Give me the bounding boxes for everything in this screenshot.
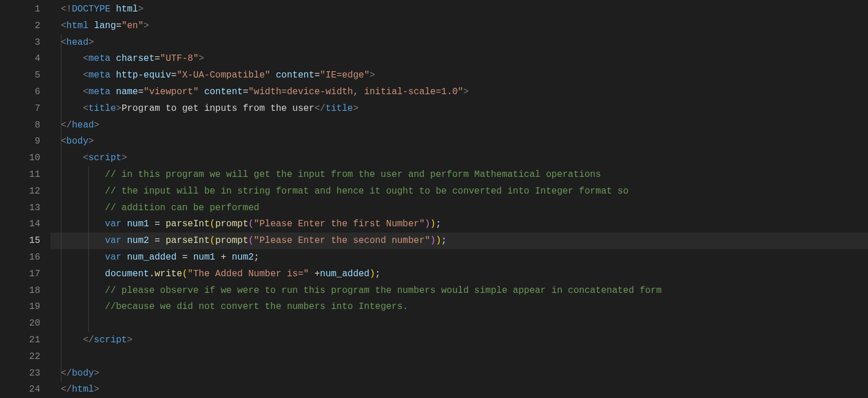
- indent-guide: [61, 84, 61, 101]
- line-number: 1: [0, 1, 40, 18]
- line-number: 6: [0, 84, 40, 101]
- indent-guide: [61, 233, 61, 249]
- indent-guide: [88, 200, 89, 217]
- code-line[interactable]: <script>: [51, 150, 868, 167]
- code-line[interactable]: </script>: [51, 332, 868, 349]
- line-number: 23: [0, 365, 40, 382]
- line-number: 5: [0, 67, 40, 84]
- code-line[interactable]: // in this program we will get the input…: [51, 167, 868, 183]
- indent-guide: [61, 216, 61, 233]
- line-number: 19: [0, 299, 40, 315]
- indent-guide: [88, 233, 89, 249]
- line-number: 14: [0, 216, 40, 233]
- code-line[interactable]: var num_added = num1 + num2;: [51, 249, 868, 266]
- line-number-gutter: 1 2 3 4 5 6 7 8 9 10 11 12 13 14 15 16 1…: [0, 0, 51, 398]
- code-line[interactable]: //because we did not convert the numbers…: [51, 299, 868, 315]
- indent-guide: [61, 117, 61, 134]
- code-line[interactable]: <meta charset="UTF-8">: [51, 51, 868, 67]
- indent-guide: [88, 266, 89, 283]
- indent-guide: [88, 299, 89, 315]
- indent-guide: [61, 51, 61, 67]
- code-line[interactable]: // please observe if we were to run this…: [51, 283, 868, 299]
- code-area[interactable]: <!DOCTYPE html> <html lang="en"> <head> …: [51, 0, 868, 398]
- line-number: 7: [0, 101, 40, 117]
- indent-guide: [61, 249, 61, 266]
- code-line[interactable]: var num2 = parseInt(prompt("Please Enter…: [51, 233, 868, 249]
- line-number: 8: [0, 117, 40, 134]
- code-line[interactable]: var num1 = parseInt(prompt("Please Enter…: [51, 216, 868, 233]
- indent-guide: [88, 167, 89, 183]
- line-number: 13: [0, 200, 40, 217]
- line-number: 20: [0, 315, 40, 332]
- indent-guide: [61, 315, 61, 332]
- line-number: 3: [0, 34, 40, 51]
- indent-guide: [61, 332, 61, 349]
- code-line[interactable]: document.write("The Added Number is=" +n…: [51, 266, 868, 283]
- indent-guide: [88, 183, 89, 200]
- code-line[interactable]: <meta name="viewport" content="width=dev…: [51, 84, 868, 101]
- code-line[interactable]: </html>: [51, 381, 868, 398]
- indent-guide: [61, 266, 61, 283]
- line-number: 12: [0, 183, 40, 200]
- code-line[interactable]: <html lang="en">: [51, 18, 868, 34]
- code-line[interactable]: <head>: [51, 34, 868, 51]
- code-line[interactable]: <body>: [51, 133, 868, 150]
- indent-guide: [61, 183, 61, 200]
- code-line[interactable]: // the input will be in string format an…: [51, 183, 868, 200]
- line-number: 2: [0, 18, 40, 34]
- line-number: 21: [0, 332, 40, 349]
- code-line[interactable]: // addition can be performed: [51, 200, 868, 217]
- code-line[interactable]: <meta http-equiv="X-UA-Compatible" conte…: [51, 67, 868, 84]
- indent-guide: [88, 283, 89, 299]
- code-line[interactable]: [51, 315, 868, 332]
- indent-guide: [61, 299, 61, 315]
- indent-guide: [88, 216, 89, 233]
- code-line[interactable]: [51, 349, 868, 365]
- code-editor[interactable]: 1 2 3 4 5 6 7 8 9 10 11 12 13 14 15 16 1…: [0, 0, 868, 398]
- indent-guide: [61, 167, 61, 183]
- code-line[interactable]: <title>Program to get inputs from the us…: [51, 101, 868, 117]
- line-number: 4: [0, 51, 40, 67]
- code-line[interactable]: <!DOCTYPE html>: [51, 1, 868, 18]
- indent-guide: [88, 249, 89, 266]
- indent-guide: [61, 133, 61, 150]
- line-number: 9: [0, 133, 40, 150]
- indent-guide: [61, 34, 61, 51]
- indent-guide: [61, 365, 61, 382]
- line-number: 17: [0, 266, 40, 283]
- indent-guide: [88, 315, 89, 332]
- line-number: 16: [0, 249, 40, 266]
- line-number: 10: [0, 150, 40, 167]
- line-number: 18: [0, 283, 40, 299]
- line-number: 24: [0, 381, 40, 398]
- code-line[interactable]: </head>: [51, 117, 868, 134]
- indent-guide: [61, 101, 61, 117]
- line-number: 22: [0, 349, 40, 365]
- indent-guide: [61, 200, 61, 217]
- code-line[interactable]: </body>: [51, 365, 868, 382]
- line-number: 15: [0, 233, 40, 249]
- indent-guide: [61, 283, 61, 299]
- indent-guide: [61, 150, 61, 167]
- line-number: 11: [0, 167, 40, 183]
- indent-guide: [61, 349, 61, 365]
- indent-guide: [61, 67, 61, 84]
